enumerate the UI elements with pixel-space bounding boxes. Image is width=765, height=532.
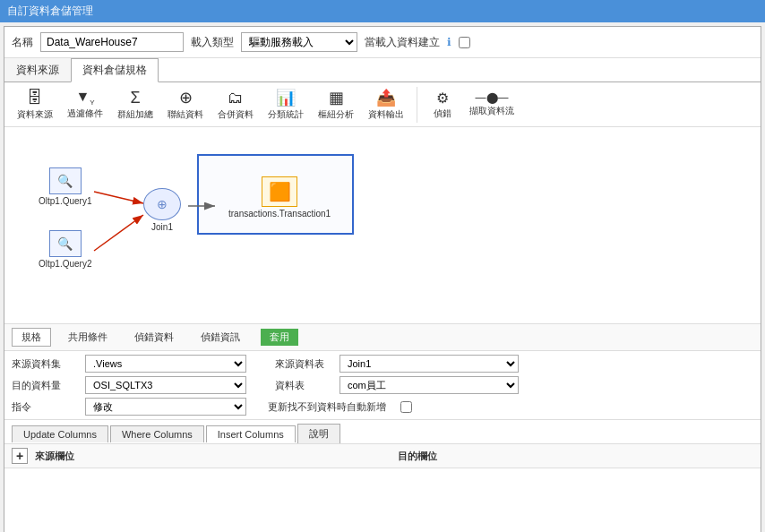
toolbar-merge-label: 合併資料	[218, 108, 254, 121]
config-form: 來源資料集 .Views 來源資料表 Join1 目的資料量 OSI_SQLTX…	[4, 351, 761, 420]
toolbar-join[interactable]: ⊕ 聯結資料	[162, 86, 209, 123]
command-label: 指令	[12, 400, 74, 414]
toolbar-datasource-label: 資料來源	[17, 108, 53, 121]
title-bar: 自訂資料倉儲管理	[0, 0, 765, 22]
export-icon: 📤	[376, 88, 396, 107]
merge-icon: 🗂	[228, 89, 244, 107]
col-header-target: 目的欄位	[398, 450, 753, 463]
join1-icon: ⊕	[143, 188, 181, 220]
pivot-icon: ▦	[329, 88, 344, 107]
main-container: 名稱 載入類型 驅動服務載入 當載入資料建立 ℹ 資料來源 資料倉儲規格 🗄 資…	[4, 26, 761, 532]
target-dataset-select[interactable]: OSI_SQLTX3	[85, 376, 246, 394]
table-area	[4, 468, 761, 532]
name-label: 名稱	[12, 35, 33, 50]
config-tab-debug-info[interactable]: 偵錯資訊	[191, 328, 250, 347]
toolbar-extract[interactable]: —⬤— 擷取資料流	[464, 90, 520, 119]
apply-button[interactable]: 套用	[261, 329, 298, 346]
config-right-1: 來源資料表 Join1	[275, 355, 519, 373]
form-row: 名稱 載入類型 驅動服務載入 當載入資料建立 ℹ	[4, 27, 761, 58]
toolbar-groupby[interactable]: Σ 群組加總	[112, 87, 159, 123]
tab-datasource[interactable]: 資料來源	[4, 58, 71, 82]
bottom-section: 規格 共用條件 偵錯資料 偵錯資訊 套用 來源資料集 .Views 來源資料表 …	[4, 324, 761, 532]
auto-add-label: 更新找不到資料時自動新增	[268, 400, 386, 414]
toolbar-debug[interactable]: ⚙ 偵錯	[425, 88, 460, 122]
config-row-3: 指令 修改 更新找不到資料時自動新增	[12, 398, 753, 416]
import-type-select[interactable]: 驅動服務載入	[241, 32, 357, 52]
toolbar-filter-label: 過濾條件	[67, 107, 103, 120]
toolbar-stats-label: 分類統計	[268, 108, 304, 121]
table-header: + 來源欄位 目的欄位	[4, 444, 761, 468]
col-header-source: 來源欄位	[35, 450, 391, 463]
toolbar-export-label: 資料輸出	[368, 108, 404, 121]
svg-line-3	[94, 215, 143, 251]
toolbar-pivot[interactable]: ▦ 樞紐分析	[313, 86, 359, 123]
tab-insert-columns[interactable]: Insert Columns	[206, 425, 296, 442]
canvas-area: 🔍 Oltp1.Query1 🔍 Oltp1.Query2 ⊕ Join1 🟧 …	[4, 127, 761, 324]
bottom-tabs-row: Update Columns Where Columns Insert Colu…	[4, 420, 761, 444]
toolbar-debug-label: 偵錯	[434, 107, 451, 120]
query2-label: Oltp1.Query2	[39, 259, 91, 269]
svg-line-2	[94, 192, 143, 203]
node-transaction1[interactable]: 🟧 transactions.Transaction1	[228, 176, 331, 219]
toolbar: 🗄 資料來源 ▼Y 過濾條件 Σ 群組加總 ⊕ 聯結資料 🗂 合併資料 📊 分類…	[4, 82, 761, 127]
toolbar-export[interactable]: 📤 資料輸出	[363, 86, 409, 123]
toolbar-merge[interactable]: 🗂 合併資料	[212, 87, 259, 123]
config-tab-common[interactable]: 共用條件	[58, 328, 117, 347]
groupby-icon: Σ	[130, 89, 140, 107]
query1-icon: 🔍	[49, 167, 82, 194]
import-type-label: 載入類型	[191, 35, 234, 50]
target-table-label: 資料表	[275, 379, 329, 392]
node-join1[interactable]: ⊕ Join1	[143, 188, 181, 232]
top-tabs: 資料來源 資料倉儲規格	[4, 58, 761, 82]
join1-label: Join1	[151, 222, 173, 232]
config-tab-spec[interactable]: 規格	[12, 328, 51, 347]
target-dataset-label: 目的資料量	[12, 379, 74, 392]
datasource-icon: 🗄	[27, 89, 43, 107]
config-row-1: 來源資料集 .Views 來源資料表 Join1	[12, 355, 753, 373]
command-select[interactable]: 修改	[85, 398, 246, 416]
config-tabs-row: 規格 共用條件 偵錯資料 偵錯資訊 套用	[4, 324, 761, 351]
toolbar-join-label: 聯結資料	[168, 108, 203, 121]
toolbar-datasource[interactable]: 🗄 資料來源	[12, 87, 58, 123]
source-dataset-select[interactable]: .Views	[85, 355, 246, 373]
query1-label: Oltp1.Query1	[39, 196, 91, 206]
title-text: 自訂資料倉儲管理	[7, 4, 93, 17]
target-table-select[interactable]: com員工	[340, 376, 519, 394]
tab-warehouse-spec[interactable]: 資料倉儲規格	[71, 58, 159, 82]
extract-icon: —⬤—	[476, 91, 509, 104]
tab-explain[interactable]: 說明	[297, 424, 340, 443]
create-label: 當載入資料建立	[365, 35, 440, 50]
query2-icon: 🔍	[49, 230, 82, 257]
canvas-svg	[4, 127, 761, 323]
create-checkbox[interactable]	[459, 37, 470, 48]
source-table-select[interactable]: Join1	[340, 355, 519, 373]
toolbar-stats[interactable]: 📊 分類統計	[262, 86, 309, 123]
toolbar-groupby-label: 群組加總	[117, 108, 153, 121]
info-icon: ℹ	[447, 36, 451, 48]
toolbar-divider	[417, 87, 417, 123]
config-right-2: 資料表 com員工	[275, 376, 519, 394]
toolbar-extract-label: 擷取資料流	[469, 105, 514, 117]
node-query1[interactable]: 🔍 Oltp1.Query1	[39, 167, 91, 206]
filter-icon: ▼Y	[75, 89, 94, 107]
node-query2[interactable]: 🔍 Oltp1.Query2	[39, 230, 91, 269]
source-table-label: 來源資料表	[275, 357, 329, 371]
tab-update-columns[interactable]: Update Columns	[12, 425, 108, 442]
transaction1-label: transactions.Transaction1	[228, 209, 331, 219]
source-dataset-label: 來源資料集	[12, 357, 74, 371]
add-column-button[interactable]: +	[12, 448, 28, 464]
auto-add-checkbox[interactable]	[400, 401, 412, 413]
join-icon: ⊕	[179, 88, 193, 107]
tab-where-columns[interactable]: Where Columns	[110, 425, 204, 442]
toolbar-pivot-label: 樞紐分析	[318, 108, 354, 121]
stats-icon: 📊	[276, 88, 296, 107]
config-row-2: 目的資料量 OSI_SQLTX3 資料表 com員工	[12, 376, 753, 394]
name-input[interactable]	[40, 32, 184, 52]
debug-icon: ⚙	[436, 90, 449, 107]
transaction1-icon: 🟧	[262, 176, 297, 207]
config-tab-debug-data[interactable]: 偵錯資料	[125, 328, 184, 347]
toolbar-filter[interactable]: ▼Y 過濾條件	[62, 87, 108, 122]
